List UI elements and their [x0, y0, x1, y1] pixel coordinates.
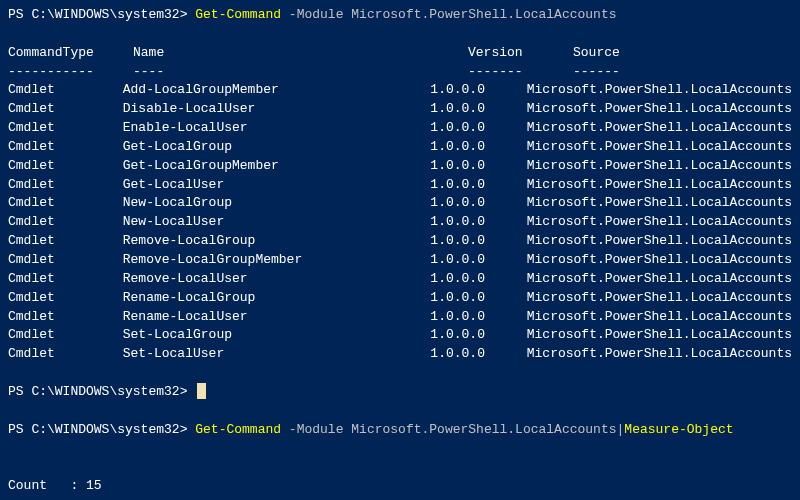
table-body: CmdletAdd-LocalGroupMember1.0.0.0Microso…: [8, 81, 792, 364]
table-row: CmdletGet-LocalUser1.0.0.0Microsoft.Powe…: [8, 176, 792, 195]
arg-module-value: Microsoft.PowerShell.LocalAccounts: [351, 422, 616, 437]
cell-source: Microsoft.PowerShell.LocalAccounts: [527, 81, 792, 100]
cell-name: Add-LocalGroupMember: [123, 81, 431, 100]
cell-source: Microsoft.PowerShell.LocalAccounts: [527, 213, 792, 232]
cell-commandtype: Cmdlet: [8, 81, 123, 100]
dash-type: -----------: [8, 63, 133, 82]
cell-name: Get-LocalGroupMember: [123, 157, 431, 176]
cell-commandtype: Cmdlet: [8, 289, 123, 308]
header-version: Version: [468, 44, 573, 63]
command-line-2[interactable]: PS C:\WINDOWS\system32> Get-Command -Mod…: [8, 421, 792, 440]
cell-name: Rename-LocalUser: [123, 308, 431, 327]
cell-name: Set-LocalGroup: [123, 326, 431, 345]
cell-version: 1.0.0.0: [430, 119, 526, 138]
cell-commandtype: Cmdlet: [8, 251, 123, 270]
cell-name: Get-LocalGroup: [123, 138, 431, 157]
cell-source: Microsoft.PowerShell.LocalAccounts: [527, 232, 792, 251]
prompt-path: PS C:\WINDOWS\system32>: [8, 422, 195, 437]
cell-commandtype: Cmdlet: [8, 326, 123, 345]
cell-name: Rename-LocalGroup: [123, 289, 431, 308]
dash-version: -------: [468, 63, 573, 82]
table-header: CommandType Name Version Source: [8, 44, 792, 63]
table-row: CmdletAdd-LocalGroupMember1.0.0.0Microso…: [8, 81, 792, 100]
blank-line: [8, 402, 792, 421]
cell-source: Microsoft.PowerShell.LocalAccounts: [527, 289, 792, 308]
arg-module-value: Microsoft.PowerShell.LocalAccounts: [351, 7, 616, 22]
cell-version: 1.0.0.0: [430, 270, 526, 289]
cell-commandtype: Cmdlet: [8, 194, 123, 213]
table-row: CmdletNew-LocalUser1.0.0.0Microsoft.Powe…: [8, 213, 792, 232]
cell-version: 1.0.0.0: [430, 232, 526, 251]
count-output: Count : 15: [8, 477, 792, 496]
cmdlet-measureobject: Measure-Object: [624, 422, 733, 437]
cell-name: Disable-LocalUser: [123, 100, 431, 119]
table-row: CmdletRemove-LocalGroupMember1.0.0.0Micr…: [8, 251, 792, 270]
header-source: Source: [573, 44, 792, 63]
table-row: CmdletRemove-LocalGroup1.0.0.0Microsoft.…: [8, 232, 792, 251]
cell-name: New-LocalUser: [123, 213, 431, 232]
cell-name: Remove-LocalGroupMember: [123, 251, 431, 270]
cell-source: Microsoft.PowerShell.LocalAccounts: [527, 326, 792, 345]
cell-source: Microsoft.PowerShell.LocalAccounts: [527, 176, 792, 195]
cell-commandtype: Cmdlet: [8, 308, 123, 327]
count-label: Count :: [8, 478, 86, 493]
cell-source: Microsoft.PowerShell.LocalAccounts: [527, 138, 792, 157]
cell-source: Microsoft.PowerShell.LocalAccounts: [527, 308, 792, 327]
dash-source: ------: [573, 63, 792, 82]
table-row: CmdletDisable-LocalUser1.0.0.0Microsoft.…: [8, 100, 792, 119]
cell-name: Enable-LocalUser: [123, 119, 431, 138]
cell-version: 1.0.0.0: [430, 289, 526, 308]
table-row: CmdletEnable-LocalUser1.0.0.0Microsoft.P…: [8, 119, 792, 138]
cell-source: Microsoft.PowerShell.LocalAccounts: [527, 157, 792, 176]
cell-commandtype: Cmdlet: [8, 176, 123, 195]
cell-version: 1.0.0.0: [430, 157, 526, 176]
cell-commandtype: Cmdlet: [8, 138, 123, 157]
cell-version: 1.0.0.0: [430, 138, 526, 157]
cell-source: Microsoft.PowerShell.LocalAccounts: [527, 100, 792, 119]
table-row: CmdletNew-LocalGroup1.0.0.0Microsoft.Pow…: [8, 194, 792, 213]
cell-commandtype: Cmdlet: [8, 213, 123, 232]
cell-commandtype: Cmdlet: [8, 232, 123, 251]
cell-commandtype: Cmdlet: [8, 100, 123, 119]
cursor-icon: [197, 383, 206, 399]
cell-version: 1.0.0.0: [430, 176, 526, 195]
cell-version: 1.0.0.0: [430, 251, 526, 270]
cell-version: 1.0.0.0: [430, 345, 526, 364]
table-row: CmdletSet-LocalGroup1.0.0.0Microsoft.Pow…: [8, 326, 792, 345]
table-row: CmdletGet-LocalGroup1.0.0.0Microsoft.Pow…: [8, 138, 792, 157]
cmdlet-getcommand: Get-Command: [195, 422, 281, 437]
cell-version: 1.0.0.0: [430, 100, 526, 119]
cell-name: Remove-LocalGroup: [123, 232, 431, 251]
table-row: CmdletGet-LocalGroupMember1.0.0.0Microso…: [8, 157, 792, 176]
blank-line: [8, 439, 792, 458]
cell-name: Get-LocalUser: [123, 176, 431, 195]
count-value: 15: [86, 478, 102, 493]
table-row: CmdletRename-LocalUser1.0.0.0Microsoft.P…: [8, 308, 792, 327]
cell-version: 1.0.0.0: [430, 308, 526, 327]
cell-commandtype: Cmdlet: [8, 119, 123, 138]
blank-line: [8, 364, 792, 383]
table-row: CmdletRemove-LocalUser1.0.0.0Microsoft.P…: [8, 270, 792, 289]
param-module: -Module: [281, 422, 351, 437]
cell-version: 1.0.0.0: [430, 81, 526, 100]
cell-version: 1.0.0.0: [430, 213, 526, 232]
cell-version: 1.0.0.0: [430, 194, 526, 213]
cursor-line[interactable]: PS C:\WINDOWS\system32>: [8, 383, 792, 402]
blank-line: [8, 25, 792, 44]
cell-commandtype: Cmdlet: [8, 345, 123, 364]
cell-name: Remove-LocalUser: [123, 270, 431, 289]
cell-name: Set-LocalUser: [123, 345, 431, 364]
cell-source: Microsoft.PowerShell.LocalAccounts: [527, 251, 792, 270]
prompt-path: PS C:\WINDOWS\system32>: [8, 384, 195, 399]
cell-source: Microsoft.PowerShell.LocalAccounts: [527, 270, 792, 289]
cell-commandtype: Cmdlet: [8, 270, 123, 289]
cell-version: 1.0.0.0: [430, 326, 526, 345]
dash-name: ----: [133, 63, 468, 82]
cell-source: Microsoft.PowerShell.LocalAccounts: [527, 345, 792, 364]
command-line-1[interactable]: PS C:\WINDOWS\system32> Get-Command -Mod…: [8, 6, 792, 25]
header-name: Name: [133, 44, 468, 63]
cell-commandtype: Cmdlet: [8, 157, 123, 176]
param-module: -Module: [281, 7, 351, 22]
cell-source: Microsoft.PowerShell.LocalAccounts: [527, 119, 792, 138]
table-row: CmdletSet-LocalUser1.0.0.0Microsoft.Powe…: [8, 345, 792, 364]
